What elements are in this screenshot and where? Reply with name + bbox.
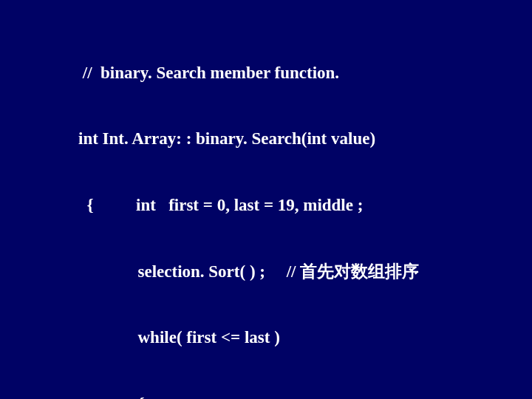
code-line: int Int. Array: : binary. Search(int val… [78, 128, 419, 150]
code-block: // binary. Search member function. int I… [78, 18, 419, 399]
code-line: { int first = 0, last = 19, middle ; [78, 194, 419, 216]
slide: // binary. Search member function. int I… [0, 0, 532, 399]
code-line: selection. Sort( ) ; // 首先对数组排序 [78, 261, 419, 283]
code-line: while( first <= last ) [78, 327, 419, 349]
code-line: // binary. Search member function. [78, 62, 419, 84]
code-line: { [78, 393, 419, 399]
